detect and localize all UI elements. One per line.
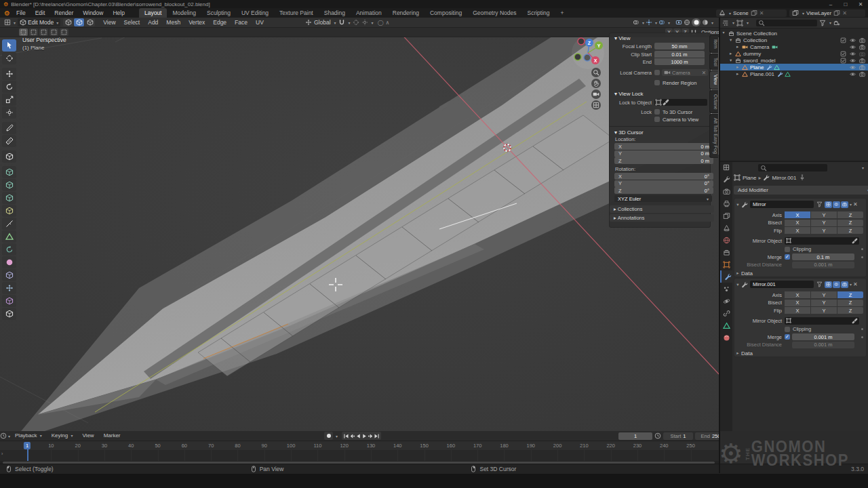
jumpend-button[interactable] bbox=[374, 432, 380, 439]
add-workspace-button[interactable]: + bbox=[555, 8, 570, 18]
cursor-rotation-x-field[interactable]: X0° bbox=[614, 173, 713, 180]
outliner-eye-icon[interactable] bbox=[850, 37, 856, 43]
snap-toggle[interactable] bbox=[338, 19, 345, 26]
timeline-menu-view[interactable]: View bbox=[77, 431, 98, 441]
breadcrumb-object[interactable]: Plane bbox=[743, 175, 756, 181]
modifier-data-section[interactable]: Data bbox=[741, 270, 753, 277]
menu-file[interactable]: File bbox=[12, 8, 31, 18]
tool-move[interactable] bbox=[2, 68, 16, 80]
focal-length-field[interactable]: 50 mm bbox=[654, 43, 705, 49]
current-frame-field[interactable]: 1 bbox=[618, 432, 652, 440]
properties-tab-tool[interactable] bbox=[720, 173, 732, 185]
tool-smooth[interactable] bbox=[2, 256, 16, 268]
auto-keying-button[interactable] bbox=[324, 432, 333, 440]
properties-tab-world[interactable] bbox=[720, 234, 732, 246]
outliner-row-camera[interactable]: ▸ Camera bbox=[720, 43, 868, 50]
menu-edit[interactable]: Edit bbox=[31, 8, 50, 18]
orientation-dropdown[interactable]: Global bbox=[314, 19, 331, 26]
shading-material-button[interactable] bbox=[702, 19, 709, 26]
tool-bevel[interactable] bbox=[2, 192, 16, 204]
modifier-delete-button[interactable]: ✕ bbox=[853, 201, 858, 207]
frame-start-field[interactable]: Start1 bbox=[663, 432, 693, 440]
use-preview-range-button[interactable] bbox=[654, 432, 661, 439]
modifier-extras-dropdown[interactable]: ▾ bbox=[850, 282, 852, 287]
zoom-button[interactable] bbox=[591, 68, 601, 77]
modifier-edit-mode-toggle[interactable] bbox=[816, 281, 823, 287]
viewport-menu-uv[interactable]: UV bbox=[252, 18, 268, 27]
outliner-camoff-icon[interactable] bbox=[859, 51, 865, 57]
cursor-location-x-field[interactable]: X0 m bbox=[614, 143, 713, 150]
outliner-row-plane-001[interactable]: ▸ Plane.001 bbox=[720, 70, 868, 77]
local-camera-checkbox[interactable] bbox=[654, 70, 660, 75]
clip-start-field[interactable]: 0.01 m bbox=[654, 51, 705, 58]
properties-tab-view-layer[interactable] bbox=[720, 209, 732, 222]
modifier-axis-x[interactable]: X bbox=[785, 211, 810, 218]
blender-menu-icon[interactable]: ⚙ bbox=[4, 9, 10, 17]
tool-shrink-fatten[interactable] bbox=[2, 282, 16, 294]
scene-selector[interactable]: ▾ Scene ✕ bbox=[716, 9, 787, 17]
properties-tab-physics[interactable] bbox=[720, 295, 732, 307]
outliner-eye-icon[interactable] bbox=[850, 58, 856, 64]
modifier-render-toggle[interactable] bbox=[841, 201, 848, 208]
modifier-expand[interactable]: ▾ bbox=[734, 202, 741, 207]
tool-rip-region[interactable] bbox=[2, 308, 16, 320]
tool-add-cube[interactable] bbox=[2, 150, 16, 163]
minimize-button[interactable]: – bbox=[823, 1, 838, 7]
properties-tab-particles[interactable] bbox=[720, 283, 732, 295]
outliner-cam-icon[interactable] bbox=[859, 37, 865, 43]
tool-scale[interactable] bbox=[2, 94, 16, 106]
playrev-button[interactable] bbox=[355, 432, 361, 439]
tool-select-box[interactable] bbox=[2, 39, 16, 52]
outliner-eye-icon[interactable] bbox=[850, 51, 856, 57]
tool-annotate[interactable] bbox=[2, 122, 16, 134]
tool-poly-build[interactable] bbox=[2, 230, 16, 243]
outliner-filter-type[interactable] bbox=[736, 20, 743, 26]
viewport-menu-add[interactable]: Add bbox=[144, 18, 162, 27]
outliner-row-dummy[interactable]: ▸ dummy bbox=[720, 50, 868, 57]
sidebar-tab-view[interactable]: View bbox=[709, 70, 718, 89]
navigation-gizmo[interactable]: Z Y X bbox=[570, 34, 608, 72]
playhead[interactable] bbox=[27, 450, 28, 461]
outliner-row-plane[interactable]: ▸ Plane bbox=[720, 64, 868, 70]
eyedropper-icon[interactable] bbox=[852, 318, 858, 324]
modifier-extras-dropdown[interactable]: ▾ bbox=[850, 202, 852, 207]
properties-tab-material[interactable] bbox=[720, 331, 732, 344]
pin-icon[interactable] bbox=[799, 174, 806, 181]
outliner-cam-icon[interactable] bbox=[859, 64, 865, 70]
modifier-axis-z[interactable]: Z bbox=[837, 227, 863, 234]
tool-cursor[interactable] bbox=[2, 52, 16, 64]
sidebar-tab-alt-tab-easy-fog[interactable]: Alt Tab Easy Fog bbox=[709, 114, 718, 158]
select-mode-option-3[interactable] bbox=[50, 28, 58, 36]
outliner-cam-icon[interactable] bbox=[859, 71, 865, 77]
select-mode-option-1[interactable] bbox=[29, 28, 38, 36]
tool-loop-cut[interactable] bbox=[2, 205, 16, 217]
modifier-data-section[interactable]: Data bbox=[741, 350, 753, 357]
face-select-button[interactable] bbox=[85, 18, 95, 26]
pan-button[interactable] bbox=[591, 79, 601, 88]
show-gizmo-toggle[interactable] bbox=[646, 19, 652, 26]
camera-view-button[interactable] bbox=[591, 89, 601, 99]
cursor-panel-header[interactable]: ▾ 3D Cursor bbox=[610, 127, 644, 137]
tool-knife[interactable] bbox=[2, 218, 16, 230]
modifier-axis-z[interactable]: Z bbox=[837, 300, 863, 306]
workspace-tab-scripting[interactable]: Scripting bbox=[521, 8, 555, 18]
outliner-eye-icon[interactable] bbox=[850, 64, 856, 70]
modifier-axis-z[interactable]: Z bbox=[837, 307, 863, 314]
modifier-axis-y[interactable]: Y bbox=[811, 220, 837, 226]
tool-inset-faces[interactable] bbox=[2, 179, 16, 191]
modifier-realtime-toggle[interactable] bbox=[833, 281, 840, 288]
prevkey-button[interactable] bbox=[349, 432, 355, 439]
properties-search-input[interactable] bbox=[758, 164, 827, 171]
merge-threshold-field[interactable]: 0.1 m bbox=[792, 253, 854, 260]
workspace-tab-shading[interactable]: Shading bbox=[319, 8, 351, 18]
timeline-ruler[interactable]: 1102030405060708090100110120130140150160… bbox=[0, 441, 719, 450]
clipping-checkbox[interactable] bbox=[785, 327, 790, 332]
timeline-menu-keying[interactable]: Keying ▾ bbox=[47, 431, 78, 441]
workspace-tab-geometry-nodes[interactable]: Geometry Nodes bbox=[467, 8, 521, 18]
menu-help[interactable]: Help bbox=[108, 8, 129, 18]
overlays-toggle[interactable] bbox=[658, 19, 665, 26]
properties-tab-object-data[interactable] bbox=[720, 319, 732, 331]
ortho-toggle-button[interactable] bbox=[591, 100, 601, 110]
view-lock-header[interactable]: ▾ View Lock bbox=[610, 89, 644, 98]
breadcrumb-modifier[interactable]: Mirror.001 bbox=[772, 175, 796, 181]
